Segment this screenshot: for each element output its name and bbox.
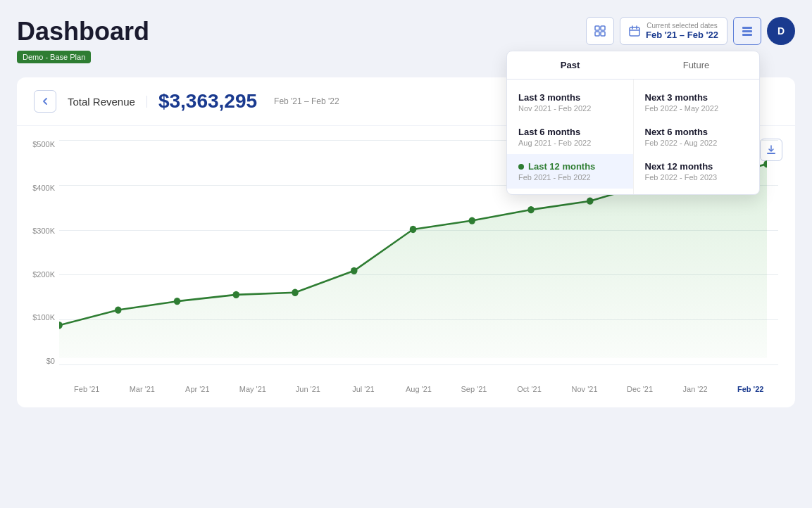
selected-dot bbox=[518, 164, 524, 170]
x-axis: Feb '21 Mar '21 Apr '21 May '21 Jun '21 … bbox=[59, 368, 778, 393]
next-3-months-option[interactable]: Next 3 months Feb 2022 - May 2022 bbox=[634, 85, 760, 120]
last-3-months-sub: Nov 2021 - Feb 2022 bbox=[518, 104, 622, 113]
header-controls: Current selected dates Feb '21 – Feb '22… bbox=[586, 17, 795, 45]
x-label-nov21: Nov '21 bbox=[557, 385, 613, 393]
user-avatar-button[interactable]: D bbox=[767, 17, 795, 45]
dropdown-tabs: Past Future bbox=[507, 51, 759, 80]
page-header: Dashboard Demo - Base Plan Current selec… bbox=[17, 17, 795, 63]
dot-jul21 bbox=[351, 267, 358, 274]
x-label-feb21: Feb '21 bbox=[59, 385, 115, 393]
avatar-initial: D bbox=[777, 25, 785, 37]
date-range-label: Current selected dates bbox=[646, 22, 718, 30]
next-6-months-sub: Feb 2022 - Aug 2022 bbox=[645, 139, 749, 147]
past-options: Last 3 months Nov 2021 - Feb 2022 Last 6… bbox=[507, 80, 634, 194]
dot-jun21 bbox=[292, 289, 299, 296]
last-3-months-label: Last 3 months bbox=[518, 92, 622, 103]
x-label-jul21: Jul '21 bbox=[336, 385, 392, 393]
date-range-text: Current selected dates Feb '21 – Feb '22 bbox=[646, 22, 718, 40]
last-6-months-sub: Aug 2021 - Feb 2022 bbox=[518, 139, 622, 147]
svg-rect-5 bbox=[742, 27, 752, 29]
x-label-aug21: Aug '21 bbox=[391, 385, 446, 393]
x-label-may21: May '21 bbox=[225, 385, 281, 393]
y-label-500k: $500K bbox=[24, 140, 55, 148]
y-label-300k: $300K bbox=[24, 227, 55, 235]
demo-badge: Demo - Base Plan bbox=[17, 51, 91, 63]
tab-past[interactable]: Past bbox=[507, 51, 633, 79]
svg-rect-7 bbox=[742, 34, 752, 36]
dot-apr21 bbox=[174, 298, 181, 305]
list-view-button[interactable] bbox=[733, 17, 761, 45]
table-icon bbox=[594, 25, 606, 37]
tab-future[interactable]: Future bbox=[633, 51, 759, 79]
x-label-apr21: Apr '21 bbox=[170, 385, 225, 393]
calendar-icon bbox=[629, 25, 640, 37]
last-3-months-option[interactable]: Last 3 months Nov 2021 - Feb 2022 bbox=[507, 85, 633, 120]
dot-oct21 bbox=[527, 206, 535, 213]
x-label-mar21: Mar '21 bbox=[115, 385, 170, 393]
y-label-200k: $200K bbox=[24, 270, 55, 279]
y-label-100k: $100K bbox=[24, 313, 55, 322]
y-label-400k: $400K bbox=[24, 184, 55, 192]
list-icon bbox=[741, 25, 754, 37]
next-3-months-label: Next 3 months bbox=[645, 92, 749, 103]
next-3-months-sub: Feb 2022 - May 2022 bbox=[645, 104, 749, 113]
last-6-months-label: Last 6 months bbox=[518, 127, 622, 137]
x-label-sep21: Sep '21 bbox=[446, 385, 502, 393]
x-label-oct21: Oct '21 bbox=[501, 385, 557, 393]
future-options: Next 3 months Feb 2022 - May 2022 Next 6… bbox=[634, 80, 760, 194]
svg-rect-1 bbox=[601, 26, 605, 30]
next-6-months-option[interactable]: Next 6 months Feb 2022 - Aug 2022 bbox=[634, 120, 760, 154]
y-label-0: $0 bbox=[24, 357, 55, 365]
page-title: Dashboard bbox=[17, 17, 149, 46]
x-label-jan22: Jan '22 bbox=[668, 385, 723, 393]
revenue-section-label: Total Revenue bbox=[68, 96, 147, 108]
dropdown-body: Last 3 months Nov 2021 - Feb 2022 Last 6… bbox=[507, 80, 759, 194]
x-label-dec21: Dec '21 bbox=[612, 385, 668, 393]
svg-rect-3 bbox=[601, 32, 605, 36]
dot-may21 bbox=[232, 291, 239, 298]
last-6-months-option[interactable]: Last 6 months Aug 2021 - Feb 2022 bbox=[507, 120, 633, 154]
y-axis: $500K $400K $300K $200K $100K $0 bbox=[24, 140, 55, 365]
date-range-value: Feb '21 – Feb '22 bbox=[646, 30, 718, 40]
next-6-months-label: Next 6 months bbox=[645, 127, 749, 137]
last-12-months-option[interactable]: Last 12 months Feb 2021 - Feb 2022 bbox=[507, 154, 633, 189]
x-label-feb22: Feb '22 bbox=[723, 385, 778, 393]
dot-nov21 bbox=[587, 198, 594, 205]
dot-mar21 bbox=[115, 306, 122, 313]
date-range-button[interactable]: Current selected dates Feb '21 – Feb '22 bbox=[620, 17, 727, 45]
revenue-value: $3,363,295 bbox=[158, 90, 257, 113]
revenue-dates: Feb '21 – Feb '22 bbox=[274, 96, 339, 106]
svg-rect-2 bbox=[595, 32, 599, 36]
svg-rect-0 bbox=[595, 26, 599, 30]
table-view-button[interactable] bbox=[586, 17, 614, 45]
date-picker-dropdown: Past Future Last 3 months Nov 2021 - Feb… bbox=[506, 51, 760, 195]
last-12-months-sub: Feb 2021 - Feb 2022 bbox=[518, 173, 622, 182]
back-icon bbox=[39, 96, 51, 107]
back-button[interactable] bbox=[34, 90, 56, 113]
dot-aug21 bbox=[410, 226, 417, 233]
dot-sep21 bbox=[468, 217, 475, 224]
title-area: Dashboard Demo - Base Plan bbox=[17, 17, 149, 63]
next-12-months-sub: Feb 2022 - Feb 2023 bbox=[645, 173, 749, 182]
svg-rect-6 bbox=[742, 30, 752, 32]
svg-rect-4 bbox=[630, 27, 639, 36]
next-12-months-option[interactable]: Next 12 months Feb 2022 - Feb 2023 bbox=[634, 154, 760, 189]
next-12-months-label: Next 12 months bbox=[645, 161, 749, 172]
x-label-jun21: Jun '21 bbox=[280, 385, 336, 393]
last-12-months-label: Last 12 months bbox=[518, 161, 622, 172]
